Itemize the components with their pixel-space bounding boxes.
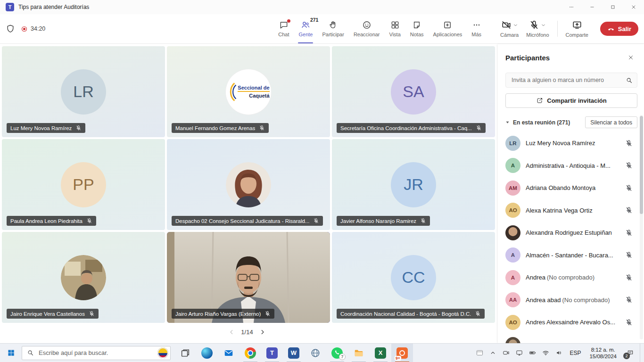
mic-off-icon[interactable]: [625, 319, 633, 326]
chevron-down-icon[interactable]: [513, 23, 518, 28]
avatar-initials: LR: [509, 140, 516, 146]
taskbar-app-active[interactable]: 9+: [391, 344, 413, 362]
show-desktop-button[interactable]: [640, 344, 642, 362]
taskbar-search-box[interactable]: [22, 346, 171, 360]
start-button[interactable]: [0, 344, 22, 362]
clock[interactable]: 8:12 a. m. 15/08/2024: [585, 346, 621, 360]
mic-off-icon[interactable]: [625, 206, 633, 214]
video-tile[interactable]: JR Javier Alfonso Naranjo Ramirez: [332, 139, 495, 230]
video-tile[interactable]: CC Coordinación Nacional Calidad - Bogot…: [332, 232, 495, 323]
tray-app-window-icon[interactable]: [473, 344, 486, 362]
tab-label: Vista: [389, 32, 401, 37]
window-minimize-button[interactable]: [582, 0, 603, 14]
recording-indicator[interactable]: 34:20: [21, 25, 45, 33]
globe-icon: [310, 348, 321, 358]
taskbar-app-edge[interactable]: [196, 344, 218, 362]
video-tile[interactable]: LR Luz Mery Novoa Ramírez: [2, 46, 165, 137]
participant-name-label: Secretaría Oficina Coordinación Administ…: [337, 123, 486, 133]
microphone-button[interactable]: Micrófono: [523, 20, 552, 38]
participant-row-partial[interactable]: [505, 334, 637, 344]
mic-off-icon: [75, 125, 82, 131]
toolbar-tab-reaccionar[interactable]: Reaccionar: [349, 14, 384, 43]
tray-network-icon[interactable]: [539, 344, 552, 362]
toolbar-tab-notas[interactable]: Notas: [406, 14, 428, 43]
participant-name: Despacho 02 Consejo Seccional Judicatura…: [175, 218, 309, 224]
participant-row[interactable]: AO Alexa Katrina Vega Ortiz: [505, 199, 637, 222]
video-tile[interactable]: SA Secretaría Oficina Coordinación Admin…: [332, 46, 495, 137]
scrollbar-track[interactable]: [640, 115, 643, 339]
mic-off-icon[interactable]: [625, 251, 633, 259]
mic-off-icon[interactable]: [625, 140, 633, 147]
participant-row[interactable]: AO Andres Alexsaindre Arevalo Os...: [505, 311, 637, 334]
tray-volume-icon[interactable]: [552, 344, 565, 362]
language-indicator[interactable]: ESP: [565, 350, 585, 356]
mic-off-icon[interactable]: [625, 162, 633, 169]
participant-row[interactable]: AM Adriana Obando Montoya: [505, 177, 637, 199]
previous-page-button[interactable]: [228, 329, 235, 336]
toolbar-tab-gente[interactable]: 271 Gente: [294, 14, 317, 43]
video-tile[interactable]: PP Paula Andrea Leon Piedrahita: [2, 139, 165, 230]
toolbar-tab-mas[interactable]: Más: [467, 14, 486, 43]
taskbar-app-word[interactable]: W: [283, 344, 305, 362]
mic-off-icon[interactable]: [625, 296, 633, 304]
mic-off-icon[interactable]: [625, 274, 633, 281]
mic-off-icon: [313, 218, 319, 224]
tray-display-icon[interactable]: [512, 344, 526, 362]
window-close-button[interactable]: [623, 0, 644, 14]
participant-row[interactable]: A Administrativa - Antioquia - M...: [505, 155, 637, 177]
window-maximize-button[interactable]: [603, 0, 623, 14]
system-tray: ESP 8:12 a. m. 15/08/2024 2: [473, 344, 644, 362]
tray-chevron-up[interactable]: [486, 344, 499, 362]
section-label: En esta reunión (271): [513, 119, 570, 126]
close-panel-button[interactable]: [624, 51, 637, 64]
video-tile[interactable]: Jairo Enrique Vera Castellanos: [2, 232, 165, 323]
camera-button[interactable]: Cámara: [497, 20, 522, 38]
action-center-button[interactable]: 2: [621, 344, 640, 362]
in-meeting-section-toggle[interactable]: En esta reunión (271): [505, 119, 570, 126]
taskbar-app-files[interactable]: [348, 344, 370, 362]
video-tile[interactable]: Despacho 02 Consejo Seccional Judicatura…: [167, 139, 330, 230]
mic-off-icon[interactable]: [625, 184, 633, 192]
toolbar-tab-chat[interactable]: Chat: [274, 14, 293, 43]
toolbar-tab-aplicaciones[interactable]: Aplicaciones: [429, 14, 467, 43]
invite-search-input[interactable]: [511, 76, 623, 84]
triangle-down-icon: [505, 120, 510, 124]
share-label: Comparte: [566, 32, 588, 38]
leave-meeting-button[interactable]: Salir: [600, 22, 638, 36]
section-row: En esta reunión (271) Silenciar a todos: [505, 116, 637, 128]
taskbar-app-excel[interactable]: X: [370, 344, 391, 362]
logo-arc-icon: [227, 80, 237, 104]
tray-battery-icon[interactable]: [526, 344, 539, 362]
next-page-button[interactable]: [259, 329, 266, 336]
video-tile-active-speaker[interactable]: Jairo Arturo Riaño Vargas (Externo): [167, 232, 330, 323]
mic-off-icon: [420, 218, 426, 224]
tray-camera-icon[interactable]: [499, 344, 512, 362]
tab-label: Gente: [298, 32, 313, 37]
chevron-down-icon[interactable]: [541, 23, 546, 28]
taskbar-search-input[interactable]: [38, 349, 154, 357]
participant-row[interactable]: Alexandra Rodriguez Estupiñan: [505, 222, 637, 244]
taskbar-app-teams[interactable]: T: [261, 344, 283, 362]
task-view-button[interactable]: [174, 344, 196, 362]
invite-search-box[interactable]: [505, 73, 637, 88]
toolbar-tab-participar[interactable]: Participar: [318, 14, 348, 43]
share-screen-button[interactable]: Comparte: [562, 20, 592, 38]
avatar: PP: [61, 162, 106, 207]
taskbar-app-globe[interactable]: [305, 344, 326, 362]
participant-row[interactable]: LR Luz Mery Novoa Ramírez: [505, 132, 637, 155]
taskbar-app-mail[interactable]: [218, 344, 239, 362]
taskbar-app-whatsapp[interactable]: 7: [326, 344, 348, 362]
participant-note: (No comprobado): [547, 274, 594, 281]
mic-off-icon[interactable]: [625, 229, 633, 237]
participant-row[interactable]: A Almacén - Santander - Bucara...: [505, 244, 637, 267]
search-icon: [27, 349, 34, 356]
taskbar-app-chrome[interactable]: [239, 344, 261, 362]
mute-all-button[interactable]: Silenciar a todos: [585, 116, 637, 128]
share-invitation-button[interactable]: Compartir invitación: [505, 93, 637, 108]
scrollbar-thumb[interactable]: [640, 116, 643, 214]
window-more-button[interactable]: [561, 0, 582, 14]
participant-row[interactable]: A Andrea(No comprobado): [505, 266, 637, 289]
participant-row[interactable]: AA Andrea abad(No comprobado): [505, 289, 637, 312]
toolbar-tab-vista[interactable]: Vista: [385, 14, 405, 43]
video-tile[interactable]: Seccional de Caquetá Manuel Fernando Gom…: [167, 46, 330, 137]
